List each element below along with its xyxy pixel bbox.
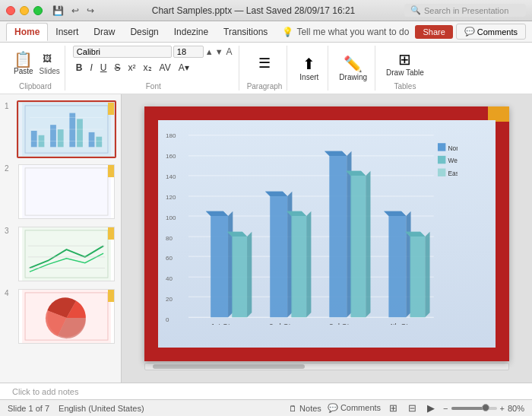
insert-icon: ⬆ xyxy=(302,55,315,73)
slide-info: Slide 1 of 7 xyxy=(8,404,49,413)
slide3-tag xyxy=(108,227,114,240)
svg-rect-61 xyxy=(438,143,445,151)
drawing-group: ✏️ Drawing xyxy=(331,46,375,91)
tab-home[interactable]: Home xyxy=(6,23,48,41)
share-button[interactable]: Share xyxy=(415,25,452,39)
paste-button[interactable]: 📋 Paste xyxy=(11,50,36,77)
slide-thumb-3[interactable] xyxy=(17,225,116,283)
notes-button[interactable]: 🗒 Notes xyxy=(289,404,321,413)
draw-table-button[interactable]: ⊞ Draw Table xyxy=(383,49,427,78)
font-size-up[interactable]: ▲ xyxy=(205,47,214,56)
slide4-chart xyxy=(19,290,114,343)
svg-marker-45 xyxy=(325,151,347,318)
svg-marker-44 xyxy=(306,211,311,318)
comments-button[interactable]: 💬 Comments xyxy=(456,24,526,40)
zoom-thumb[interactable] xyxy=(482,404,489,411)
slide-thumb-1[interactable] xyxy=(17,100,116,158)
font-label: Font xyxy=(146,82,161,91)
zoom-in-icon[interactable]: + xyxy=(500,404,505,413)
drawing-button[interactable]: ✏️ Drawing xyxy=(336,53,370,83)
slide-item-1[interactable]: 1 xyxy=(5,100,116,158)
slide-thumb-inner-3 xyxy=(18,227,115,281)
close-button[interactable] xyxy=(6,6,15,15)
insert-group: ⬆ Insert xyxy=(290,46,328,91)
slide-thumb-inner-4 xyxy=(18,289,115,344)
svg-text:East: East xyxy=(448,170,458,177)
main-content: 1 xyxy=(0,94,532,383)
font-name-input[interactable] xyxy=(73,46,172,58)
status-right: 🗒 Notes 💬 Comments ⊞ ⊟ ▶ − + 80% xyxy=(289,402,524,414)
slide-tag-1 xyxy=(108,103,114,115)
undo-icon[interactable]: ↩ xyxy=(69,5,81,17)
slide-thumb-2[interactable] xyxy=(17,163,116,221)
font-size-input[interactable] xyxy=(173,46,204,58)
insert-button[interactable]: ⬆ Insert xyxy=(296,53,321,83)
svg-text:1st Qtr: 1st Qtr xyxy=(211,322,233,325)
font-size-down[interactable]: ▼ xyxy=(215,47,223,56)
paragraph-label: Paragraph xyxy=(247,82,283,91)
zoom-out-icon[interactable]: − xyxy=(443,404,448,413)
save-icon[interactable]: 💾 xyxy=(50,5,66,17)
italic-button[interactable]: I xyxy=(87,61,96,75)
minimize-button[interactable] xyxy=(20,6,29,15)
notes-area[interactable]: Click to add notes xyxy=(0,383,532,399)
drawing-content: ✏️ Drawing xyxy=(336,46,370,91)
font-color-button[interactable]: A▾ xyxy=(176,61,192,75)
chart-container: 0 20 40 60 80 100 120 140 160 180 xyxy=(158,120,496,348)
superscript-button[interactable]: x² xyxy=(125,61,139,75)
y-label-160: 160 xyxy=(166,153,176,160)
horizontal-scrollbar[interactable] xyxy=(144,363,509,370)
comments-button-status[interactable]: 💬 Comments xyxy=(328,403,381,413)
slides-button[interactable]: 🖼 xyxy=(40,52,60,65)
zoom-fill xyxy=(451,407,483,410)
svg-marker-38 xyxy=(247,232,252,317)
tab-design[interactable]: Design xyxy=(122,24,166,40)
svg-marker-40 xyxy=(265,192,287,196)
normal-view-button[interactable]: ⊞ xyxy=(387,402,400,414)
slide-item-2[interactable]: 2 xyxy=(5,163,116,221)
svg-rect-8 xyxy=(89,132,95,147)
tell-me-box[interactable]: 💡 Tell me what you want to do xyxy=(282,27,409,37)
font-format-row: B I U S x² x₂ AV A▾ xyxy=(73,61,192,75)
svg-marker-56 xyxy=(425,232,429,317)
tab-draw[interactable]: Draw xyxy=(86,24,122,40)
font-name-row: ▲ ▼ A xyxy=(73,46,234,58)
redo-icon[interactable]: ↪ xyxy=(84,5,97,17)
bold-button[interactable]: B xyxy=(73,61,86,75)
slideshow-button[interactable]: ▶ xyxy=(425,402,437,414)
paragraph-button[interactable]: ☰ xyxy=(254,53,275,73)
strikethrough-button[interactable]: S xyxy=(112,61,124,75)
y-label-180: 180 xyxy=(166,132,176,139)
subscript-button[interactable]: x₂ xyxy=(141,61,155,75)
clipboard-content: 📋 Paste 🖼 Slides xyxy=(11,46,60,81)
slide-inner: 0 20 40 60 80 100 120 140 160 180 xyxy=(158,120,496,348)
clear-format-icon[interactable]: A xyxy=(225,46,234,57)
zoom-slider[interactable] xyxy=(451,407,497,410)
search-box[interactable]: 🔍 Search in Presentation xyxy=(404,4,526,17)
slide-item-3[interactable]: 3 xyxy=(5,225,116,283)
slide-item-4[interactable]: 4 xyxy=(5,287,116,345)
tab-indezine[interactable]: Indezine xyxy=(166,24,216,40)
notes-placeholder[interactable]: Click to add notes xyxy=(12,387,78,396)
slide-thumb-4[interactable] xyxy=(17,287,116,345)
maximize-button[interactable] xyxy=(33,6,43,15)
svg-marker-51 xyxy=(384,211,406,318)
zoom-bar: − + 80% xyxy=(443,404,524,413)
slide-sorter-button[interactable]: ⊟ xyxy=(406,402,419,414)
tables-label: Tables xyxy=(394,82,416,91)
slide-canvas[interactable]: 0 20 40 60 80 100 120 140 160 180 xyxy=(144,106,509,361)
tab-transitions[interactable]: Transitions xyxy=(216,24,275,40)
language: English (United States) xyxy=(59,404,144,413)
svg-rect-65 xyxy=(438,169,445,176)
y-label-60: 60 xyxy=(166,255,176,262)
underline-button[interactable]: U xyxy=(97,61,110,75)
tab-insert[interactable]: Insert xyxy=(48,24,86,40)
slide-thumb-inner-2 xyxy=(18,164,115,219)
tables-group: ⊞ Draw Table Tables xyxy=(378,46,432,91)
font-spacing-button[interactable]: AV xyxy=(157,61,174,75)
status-bar: Slide 1 of 7 English (United States) 🗒 N… xyxy=(0,399,532,416)
svg-marker-34 xyxy=(206,211,228,216)
gold-accent xyxy=(488,106,509,122)
canvas-area: 0 20 40 60 80 100 120 140 160 180 xyxy=(122,94,532,383)
scroll-thumb[interactable] xyxy=(153,364,305,369)
